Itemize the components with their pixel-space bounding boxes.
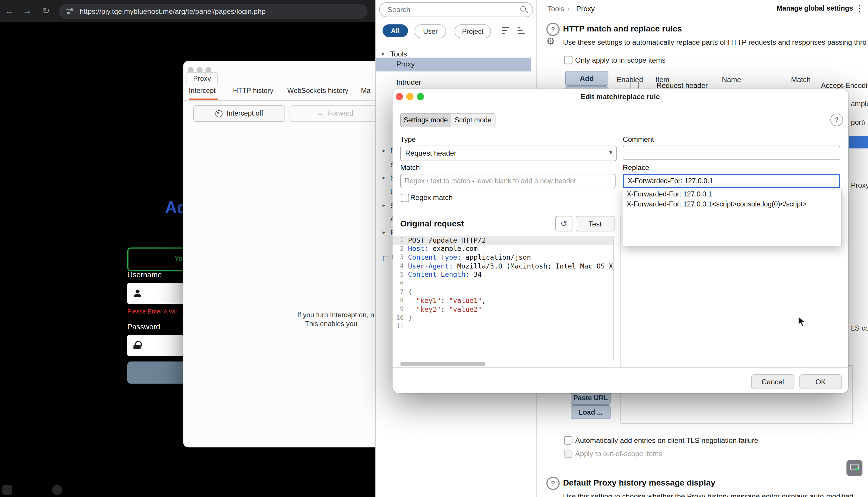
replace-suggestions-dropdown: X-Forwarded-For: 127.0.0.1X-Forwarded-Fo… [623,189,842,246]
back-icon[interactable]: ← [3,5,15,17]
out-of-scope-checkbox[interactable] [564,450,572,458]
request-line: 11 [392,322,613,331]
table-fragment-1: ample. [851,100,868,108]
regex-match-checkbox[interactable] [401,194,409,202]
forward-arrow-icon: → [317,110,324,117]
auto-add-checkbox[interactable] [564,437,572,445]
tab-intercept[interactable]: Intercept [189,87,216,95]
ok-button[interactable]: OK [799,374,842,389]
regex-match-label: Regex match [410,193,452,201]
auto-add-checkbox-label: Automatically add entries on client TLS … [575,437,758,445]
address-bar[interactable]: https://pjy.tqe.mybluehost.me/arg/te/pan… [59,4,368,19]
cancel-button[interactable]: Cancel [751,374,795,389]
reload-icon[interactable]: ↻ [40,5,52,17]
forward-button-label: Forward [328,110,353,117]
dialog-help-icon[interactable]: ? [830,114,843,126]
tab-settings-mode[interactable]: Settings mode [401,114,450,127]
type-select[interactable]: Request header ▾ [400,145,617,161]
manage-global-settings[interactable]: Manage global settings [777,4,853,12]
comment-input[interactable] [623,145,840,160]
kebab-menu-icon[interactable]: ⋮ [855,3,864,13]
request-line: 7{ [392,288,613,296]
request-line: 6 [392,279,613,288]
forward-icon[interactable]: → [21,5,33,17]
intercept-toggle-button[interactable]: Intercept off [193,105,285,122]
request-line: 10} [392,313,613,322]
dialog-column-divider [620,216,621,367]
load-button[interactable]: Load ... [571,405,611,419]
sidebar-group-tools[interactable]: Tools [390,50,407,58]
breadcrumb-separator-icon: › [567,4,570,13]
reset-request-button[interactable]: ↺ [555,216,572,231]
browser-toolbar: ← → ↻ https://pjy.tqe.mybluehost.me/arg/… [0,0,375,22]
breadcrumb-tools[interactable]: Tools [548,4,564,13]
url-text: https://pjy.tqe.mybluehost.me/arg/te/pan… [80,7,265,15]
search-input[interactable] [386,4,516,16]
column-enabled[interactable]: Enabled [617,75,643,84]
in-scope-checkbox[interactable] [564,56,572,64]
intercept-toggle-label: Intercept off [227,110,263,117]
undo-icon: ↺ [561,219,567,229]
expand-all-icon[interactable] [518,27,527,35]
intercept-hint-line2: This enables you [305,320,357,328]
tab-proxy[interactable]: Proxy [186,72,217,85]
chevron-down-icon[interactable]: ▾ [381,51,384,57]
search-icon [520,5,527,13]
breadcrumb-proxy: Proxy [576,4,595,13]
filter-user[interactable]: User [415,25,446,38]
type-select-value: Request header [405,149,456,157]
lock-icon [133,341,141,350]
intercept-icon [215,110,222,117]
selected-row-sliver[interactable] [849,136,868,148]
sidebar-item-intruder[interactable]: Intruder [396,78,421,86]
screen-share-icon[interactable] [847,460,863,476]
sidebar-item-proxy[interactable]: Proxy [376,58,531,71]
gear-icon: ⚙ [546,35,555,47]
password-label: Password [127,323,160,331]
dock-icon-2[interactable] [52,485,62,495]
match-input[interactable] [400,174,616,188]
column-match[interactable]: Match [791,75,811,84]
section-title-match-replace: HTTP match and replace rules [563,24,682,33]
dock-icon-1[interactable] [2,485,12,495]
in-scope-checkbox-label: Only apply to in-scope items [575,56,665,64]
request-line: 5Content-Length: 34 [392,270,613,279]
edit-match-replace-dialog: Edit match/replace rule Settings mode Sc… [392,88,848,393]
add-rule-button[interactable]: Add [565,71,608,86]
forward-button[interactable]: → Forward [290,105,380,122]
filter-project[interactable]: Project [454,25,491,38]
intercept-hint-line1: If you turn Intercept on, n [297,311,374,319]
column-name[interactable]: Name [722,75,741,84]
collapse-all-icon[interactable] [502,27,512,35]
section-title-history-display: Default Proxy history message display [563,478,715,487]
test-button[interactable]: Test [576,216,614,231]
filter-all[interactable]: All [382,25,408,37]
screen: ← → ↻ https://pjy.tqe.mybluehost.me/arg/… [0,0,868,497]
request-line: 1POST /update HTTP/2 [392,236,613,244]
history-display-description: Use this setting to choose whether the P… [563,492,867,497]
tab-http-history[interactable]: HTTP history [233,87,273,95]
request-line: 3Content-Type: application/json [392,253,613,262]
request-editor[interactable]: 1POST /update HTTP/22Host: example.com3C… [392,236,620,361]
request-line: 2Host: example.com [392,244,613,253]
dialog-title: Edit match/replace rule [392,93,848,101]
replace-input[interactable] [623,174,840,188]
tab-match-partial[interactable]: Ma [361,87,371,95]
username-error: Please Enter A val [127,308,177,315]
table-fragment-3: Proxy. [851,181,868,189]
user-icon [133,289,142,298]
replace-suggestion-item[interactable]: X-Forwarded-For: 127.0.0.1<script>consol… [623,199,841,209]
tab-script-mode[interactable]: Script mode [450,114,495,127]
settings-search[interactable] [379,2,533,17]
request-code-area[interactable]: 1POST /update HTTP/22Host: example.com3C… [392,236,614,361]
request-line: 8 "key1": "value1", [392,296,613,305]
tab-websockets-history[interactable]: WebSockets history [287,87,348,95]
banner-text: Yo [174,254,183,262]
help-icon[interactable]: ? [546,23,560,36]
help-icon-history[interactable]: ? [546,477,560,490]
match-label: Match [400,163,420,171]
site-info-icon[interactable] [66,8,73,15]
horizontal-scrollbar[interactable] [400,362,486,366]
replace-suggestion-item[interactable]: X-Forwarded-For: 127.0.0.1 [623,189,841,199]
out-of-scope-checkbox-label: Apply to out-of-scope items [575,450,663,458]
